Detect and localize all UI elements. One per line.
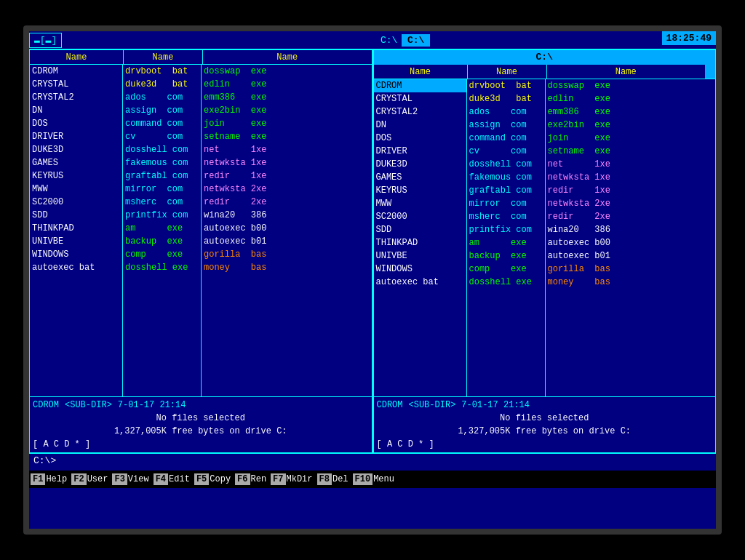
list-item[interactable]: fakemous com: [123, 156, 201, 169]
list-item[interactable]: wina20 386: [202, 209, 372, 222]
list-item[interactable]: autoexec b01: [202, 235, 372, 248]
list-item[interactable]: GAMES: [30, 156, 122, 169]
list-item[interactable]: join exe: [546, 132, 716, 145]
list-item[interactable]: MWW: [30, 183, 122, 196]
list-item[interactable]: printfix com: [467, 223, 545, 236]
command-line[interactable]: C:\>: [29, 453, 716, 471]
list-item[interactable]: gorilla bas: [202, 248, 372, 261]
list-item[interactable]: dosshell com: [467, 158, 545, 171]
list-item[interactable]: emm386 exe: [546, 105, 716, 119]
list-item[interactable]: money bas: [546, 276, 716, 289]
right-scrollbar[interactable]: [705, 65, 715, 79]
list-item[interactable]: WINDOWS: [30, 248, 122, 261]
list-item[interactable]: DUKE3D: [30, 143, 122, 156]
list-item[interactable]: msherc com: [123, 196, 201, 209]
list-item[interactable]: MWW: [374, 197, 466, 210]
list-item[interactable]: dosshell exe: [467, 276, 545, 289]
f10-key[interactable]: F10: [353, 473, 373, 485]
f6-key[interactable]: F6: [235, 473, 250, 485]
list-item[interactable]: SC2000: [30, 196, 122, 209]
f4-key[interactable]: F4: [154, 473, 168, 485]
f5-key[interactable]: F5: [194, 473, 209, 485]
list-item[interactable]: dosshell com: [123, 143, 201, 156]
list-item[interactable]: netwksta 1xe: [546, 171, 716, 184]
list-item[interactable]: assign com: [123, 104, 201, 117]
list-item[interactable]: dosswap exe: [202, 65, 372, 78]
list-item[interactable]: redir 2xe: [546, 210, 716, 223]
f1-key[interactable]: F1: [31, 473, 45, 485]
list-item[interactable]: edlin exe: [546, 92, 716, 105]
list-item[interactable]: autoexec bat: [374, 276, 466, 289]
list-item[interactable]: setname exe: [546, 145, 716, 158]
list-item[interactable]: netwksta 2xe: [546, 197, 716, 210]
list-item[interactable]: duke3d bat: [123, 78, 201, 91]
right-drives[interactable]: [ A C D * ]: [377, 438, 713, 451]
f2-key[interactable]: F2: [71, 473, 86, 485]
list-item[interactable]: edlin exe: [202, 78, 372, 91]
list-item[interactable]: net 1xe: [546, 158, 716, 171]
list-item[interactable]: redir 1xe: [546, 184, 716, 197]
list-item[interactable]: autoexec b00: [546, 236, 716, 249]
list-item[interactable]: UNIVBE: [30, 235, 122, 248]
list-item[interactable]: cv com: [123, 130, 201, 143]
list-item[interactable]: DN: [30, 104, 122, 117]
list-item[interactable]: ados com: [123, 91, 201, 104]
list-item[interactable]: join exe: [202, 117, 372, 130]
list-item[interactable]: SDD: [374, 223, 466, 236]
list-item[interactable]: printfix com: [123, 209, 201, 222]
list-item[interactable]: SDD: [30, 209, 122, 222]
list-item[interactable]: backup exe: [467, 249, 545, 263]
list-item[interactable]: assign com: [467, 119, 545, 132]
right-panel[interactable]: C:\ Name Name Name CDROM CRYSTAL CRYSTAL…: [373, 49, 717, 453]
list-item[interactable]: drvboot bat: [467, 79, 545, 92]
list-item[interactable]: redir 1xe: [202, 169, 372, 183]
list-item[interactable]: am exe: [123, 222, 201, 235]
list-item[interactable]: autoexec b01: [546, 249, 716, 263]
list-item[interactable]: drvboot bat: [123, 65, 201, 78]
list-item[interactable]: netwksta 1xe: [202, 156, 372, 169]
list-item[interactable]: setname exe: [202, 130, 372, 143]
list-item[interactable]: DRIVER: [374, 145, 466, 158]
list-item[interactable]: exe2bin exe: [546, 119, 716, 132]
list-item[interactable]: CDROM: [30, 65, 122, 78]
list-item[interactable]: graftabl com: [123, 169, 201, 183]
list-item[interactable]: THINKPAD: [374, 236, 466, 249]
list-item[interactable]: money bas: [202, 261, 372, 274]
list-item[interactable]: exe2bin exe: [202, 104, 372, 117]
list-item[interactable]: gorilla bas: [546, 263, 716, 276]
list-item[interactable]: ados com: [467, 105, 545, 119]
list-item[interactable]: WINDOWS: [374, 263, 466, 276]
list-item[interactable]: duke3d bat: [467, 92, 545, 105]
list-item[interactable]: KEYRUS: [30, 169, 122, 183]
list-item[interactable]: cv com: [467, 145, 545, 158]
list-item[interactable]: netwksta 2xe: [202, 183, 372, 196]
list-item[interactable]: dosswap exe: [546, 79, 716, 92]
list-item[interactable]: DOS: [30, 117, 122, 130]
list-item[interactable]: CDROM: [374, 79, 466, 92]
list-item[interactable]: SC2000: [374, 210, 466, 223]
list-item[interactable]: fakemous com: [467, 171, 545, 184]
list-item[interactable]: mirror com: [467, 197, 545, 210]
list-item[interactable]: DOS: [374, 132, 466, 145]
f3-key[interactable]: F3: [112, 473, 127, 485]
list-item[interactable]: comp exe: [467, 263, 545, 276]
list-item[interactable]: mirror com: [123, 183, 201, 196]
list-item[interactable]: DUKE3D: [374, 158, 466, 171]
list-item[interactable]: KEYRUS: [374, 184, 466, 197]
list-item[interactable]: am exe: [467, 236, 545, 249]
left-drives[interactable]: [ A C D * ]: [33, 438, 369, 451]
list-item[interactable]: wina20 386: [546, 223, 716, 236]
list-item[interactable]: command com: [123, 117, 201, 130]
list-item[interactable]: backup exe: [123, 235, 201, 248]
list-item[interactable]: THINKPAD: [30, 222, 122, 235]
list-item[interactable]: autoexec bat: [30, 261, 122, 274]
f8-key[interactable]: F8: [317, 473, 332, 485]
list-item[interactable]: command com: [467, 132, 545, 145]
left-panel[interactable]: Name Name Name CDROM CRYSTAL CRYSTAL2 DN…: [29, 49, 372, 453]
list-item[interactable]: msherc com: [467, 210, 545, 223]
list-item[interactable]: autoexec b00: [202, 222, 372, 235]
list-item[interactable]: comp exe: [123, 248, 201, 261]
list-item[interactable]: GAMES: [374, 171, 466, 184]
list-item[interactable]: redir 2xe: [202, 196, 372, 209]
list-item[interactable]: DN: [374, 119, 466, 132]
